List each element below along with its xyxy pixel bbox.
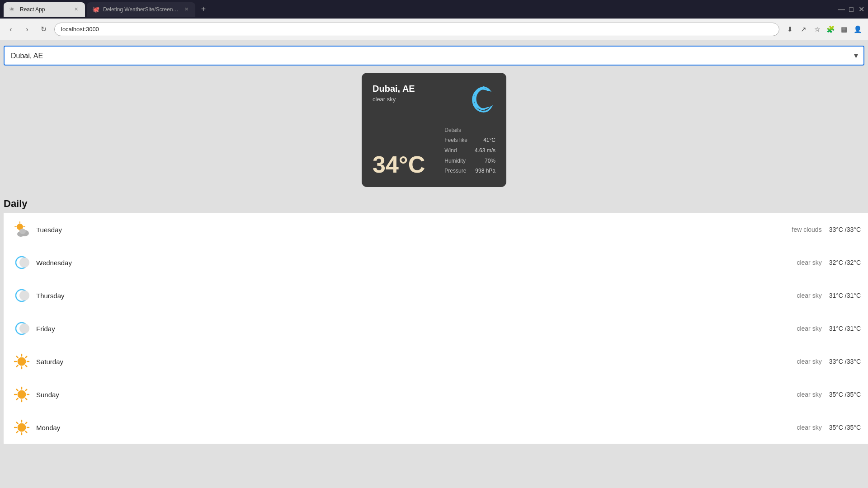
weather-card-bottom: 34°C Details Feels like 41°C Wind 4.63 m… [373, 127, 495, 176]
daily-condition-sunday: clear sky [797, 391, 821, 398]
wind-label: Wind [444, 145, 467, 156]
feels-like-label: Feels like [444, 135, 467, 145]
daily-row[interactable]: Tuesday few clouds 33°C /33°C [4, 213, 868, 246]
weather-description: clear sky [373, 96, 415, 103]
profile-icon[interactable]: 👤 [853, 24, 863, 34]
svg-line-39 [17, 422, 18, 424]
forward-button[interactable]: › [22, 24, 33, 35]
daily-temps-tuesday: 33°C /33°C [829, 226, 861, 233]
toolbar-icons: ⬇ ↗ ☆ 🧩 ▦ 👤 [785, 24, 863, 34]
daily-icon-friday [11, 318, 33, 339]
daily-condition-saturday: clear sky [797, 358, 821, 365]
daily-section: Daily Tuesday few clouds 33°C /33°C Wedn… [0, 198, 868, 444]
daily-row[interactable]: Wednesday clear sky 32°C /32°C [4, 246, 868, 279]
svg-point-34 [18, 423, 26, 432]
minimize-button[interactable]: — [838, 6, 844, 13]
window-controls: — □ ✕ [838, 6, 864, 13]
svg-point-1 [479, 91, 495, 107]
address-input[interactable] [54, 23, 779, 36]
tab-close-1[interactable]: ✕ [72, 6, 80, 13]
weather-card-container: Dubai, AE clear sky 34°C Details [0, 73, 868, 187]
app-content: Dubai, AE ▾ Dubai, AE clear sky [0, 40, 868, 488]
tab-close-2[interactable]: ✕ [183, 6, 190, 13]
close-button[interactable]: ✕ [858, 6, 864, 13]
daily-day-thursday: Thursday [36, 292, 797, 300]
daily-title: Daily [4, 198, 868, 210]
address-bar-row: ‹ › ↻ ⬇ ↗ ☆ 🧩 ▦ 👤 [0, 19, 868, 40]
svg-point-9 [19, 229, 26, 234]
tab-react-app[interactable]: ⚛ React App ✕ [4, 2, 85, 17]
daily-temps-monday: 35°C /35°C [829, 424, 861, 431]
svg-point-16 [18, 357, 26, 366]
svg-point-25 [18, 390, 26, 399]
browser-chrome: ⚛ React App ✕ 🐙 Deleting WeatherSite/Scr… [0, 0, 868, 40]
back-button[interactable]: ‹ [5, 24, 16, 35]
pressure-label: Pressure [444, 166, 467, 176]
svg-line-22 [26, 366, 27, 367]
daily-condition-friday: clear sky [797, 325, 821, 332]
daily-row[interactable]: Thursday clear sky 31°C /31°C [4, 279, 868, 312]
tab-title-2: Deleting WeatherSite/Screensho... [103, 6, 179, 13]
reload-button[interactable]: ↻ [38, 24, 49, 35]
daily-temps-friday: 31°C /31°C [829, 325, 861, 332]
share-icon[interactable]: ↗ [798, 24, 808, 34]
daily-temps-sunday: 35°C /35°C [829, 391, 861, 398]
daily-day-saturday: Saturday [36, 358, 797, 366]
svg-line-41 [26, 422, 27, 424]
humidity-value: 70% [475, 156, 495, 166]
daily-day-friday: Friday [36, 325, 797, 333]
weather-city-info: Dubai, AE clear sky [373, 84, 415, 103]
extensions-icon[interactable]: 🧩 [826, 24, 835, 34]
new-tab-button[interactable]: + [197, 3, 210, 16]
details-label: Details [444, 127, 495, 133]
svg-point-15 [19, 324, 29, 333]
daily-icon-sunday [11, 384, 33, 405]
location-select[interactable]: Dubai, AE [4, 46, 864, 66]
daily-temps-thursday: 31°C /31°C [829, 292, 861, 299]
tab-github[interactable]: 🐙 Deleting WeatherSite/Screensho... ✕ [87, 2, 195, 17]
daily-condition-thursday: clear sky [797, 292, 821, 299]
bookmark-icon[interactable]: ☆ [812, 24, 822, 34]
weather-card: Dubai, AE clear sky 34°C Details [362, 73, 506, 187]
daily-temps-wednesday: 32°C /32°C [829, 259, 861, 266]
daily-icon-thursday [11, 285, 33, 306]
weather-city: Dubai, AE [373, 84, 415, 94]
daily-row[interactable]: Sunday clear sky 35°C /35°C [4, 378, 868, 411]
daily-row[interactable]: Friday clear sky 31°C /31°C [4, 312, 868, 345]
react-favicon: ⚛ [9, 6, 16, 13]
weather-card-top: Dubai, AE clear sky [373, 84, 495, 113]
svg-line-24 [17, 366, 18, 367]
sidebar-icon[interactable]: ▦ [839, 24, 849, 34]
details-grid: Feels like 41°C Wind 4.63 m/s Humidity 7… [444, 135, 495, 176]
daily-list: Tuesday few clouds 33°C /33°C Wednesday … [4, 213, 868, 444]
download-icon[interactable]: ⬇ [785, 24, 795, 34]
pressure-value: 998 hPa [475, 166, 495, 176]
svg-line-30 [17, 389, 18, 391]
daily-condition-monday: clear sky [797, 424, 821, 431]
humidity-label: Humidity [444, 156, 467, 166]
daily-icon-saturday [11, 351, 33, 372]
tab-title-1: React App [20, 6, 69, 13]
location-select-wrapper: Dubai, AE ▾ [4, 46, 864, 66]
maximize-button[interactable]: □ [848, 6, 854, 13]
svg-point-13 [19, 291, 29, 300]
svg-line-42 [17, 432, 18, 433]
weather-temperature: 34°C [373, 153, 425, 176]
daily-day-wednesday: Wednesday [36, 259, 797, 267]
daily-icon-tuesday [11, 219, 33, 240]
daily-condition-tuesday: few clouds [792, 226, 822, 233]
daily-day-monday: Monday [36, 424, 797, 432]
svg-line-32 [26, 389, 27, 391]
svg-line-23 [26, 357, 27, 358]
tab-bar: ⚛ React App ✕ 🐙 Deleting WeatherSite/Scr… [0, 0, 868, 19]
feels-like-value: 41°C [475, 135, 495, 145]
daily-icon-wednesday [11, 252, 33, 273]
wind-value: 4.63 m/s [475, 145, 495, 156]
daily-temps-saturday: 33°C /33°C [829, 358, 861, 365]
daily-row[interactable]: Monday clear sky 35°C /35°C [4, 411, 868, 444]
daily-icon-monday [11, 417, 33, 438]
daily-row[interactable]: Saturday clear sky 33°C /33°C [4, 345, 868, 378]
daily-day-tuesday: Tuesday [36, 226, 792, 234]
svg-line-33 [17, 399, 18, 400]
weather-details: Details Feels like 41°C Wind 4.63 m/s Hu… [444, 127, 495, 176]
